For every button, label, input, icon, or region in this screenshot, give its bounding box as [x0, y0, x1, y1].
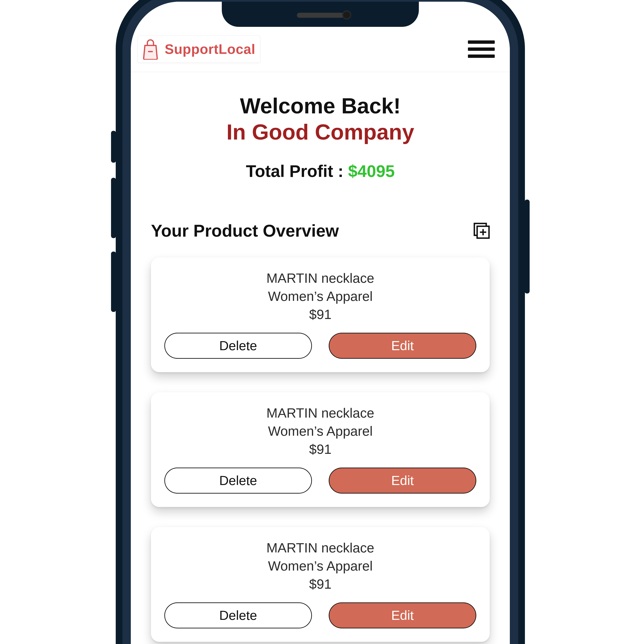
product-list: MARTIN necklace Women’s Apparel $91 Dele…: [131, 246, 510, 642]
phone-frame: SupportLocal Welcome Back! In Good Compa…: [116, 0, 525, 644]
hamburger-menu-icon[interactable]: [468, 40, 495, 58]
product-overview-title: Your Product Overview: [151, 221, 339, 241]
product-price: $91: [171, 305, 470, 324]
phone-volume-down: [111, 252, 116, 312]
add-product-icon[interactable]: [473, 222, 490, 239]
total-profit-value: $4095: [348, 162, 395, 180]
brand-logo[interactable]: SupportLocal: [138, 36, 260, 63]
product-price: $91: [171, 575, 470, 593]
product-name: MARTIN necklace: [171, 539, 470, 557]
edit-button[interactable]: Edit: [329, 333, 476, 359]
product-card: MARTIN necklace Women’s Apparel $91 Dele…: [151, 392, 490, 507]
company-name: In Good Company: [138, 120, 503, 145]
welcome-heading: Welcome Back!: [138, 94, 503, 118]
product-card-actions: Delete Edit: [164, 333, 476, 359]
delete-button[interactable]: Delete: [164, 468, 312, 494]
delete-button[interactable]: Delete: [164, 602, 312, 628]
product-card-actions: Delete Edit: [164, 602, 476, 628]
phone-screen: SupportLocal Welcome Back! In Good Compa…: [131, 2, 510, 644]
app-root: SupportLocal Welcome Back! In Good Compa…: [131, 2, 510, 644]
edit-button[interactable]: Edit: [329, 468, 476, 494]
phone-volume-up: [111, 178, 116, 238]
product-card-info: MARTIN necklace Women’s Apparel $91: [164, 539, 476, 602]
brand-name: SupportLocal: [165, 41, 255, 57]
edit-button[interactable]: Edit: [329, 602, 476, 628]
product-card: MARTIN necklace Women’s Apparel $91 Dele…: [151, 257, 490, 372]
hero-section: Welcome Back! In Good Company Total Prof…: [131, 72, 510, 187]
product-name: MARTIN necklace: [171, 404, 470, 422]
shopping-bag-icon: [141, 38, 160, 60]
topbar: SupportLocal: [131, 29, 510, 72]
product-price: $91: [171, 440, 470, 458]
total-profit-label: Total Profit :: [246, 162, 348, 180]
product-overview-header: Your Product Overview: [131, 187, 510, 246]
phone-silence-switch: [111, 131, 116, 163]
product-category: Women’s Apparel: [171, 287, 470, 305]
phone-notch: [222, 2, 419, 27]
product-category: Women’s Apparel: [171, 422, 470, 440]
product-name: MARTIN necklace: [171, 269, 470, 287]
delete-button[interactable]: Delete: [164, 333, 312, 359]
phone-front-camera: [342, 10, 351, 19]
product-category: Women’s Apparel: [171, 557, 470, 575]
total-profit-row: Total Profit : $4095: [138, 162, 503, 181]
phone-power-button: [525, 200, 530, 293]
product-card-info: MARTIN necklace Women’s Apparel $91: [164, 404, 476, 468]
product-card: MARTIN necklace Women’s Apparel $91 Dele…: [151, 527, 490, 642]
product-card-info: MARTIN necklace Women’s Apparel $91: [164, 269, 476, 333]
product-card-actions: Delete Edit: [164, 468, 476, 494]
phone-speaker: [297, 13, 344, 18]
